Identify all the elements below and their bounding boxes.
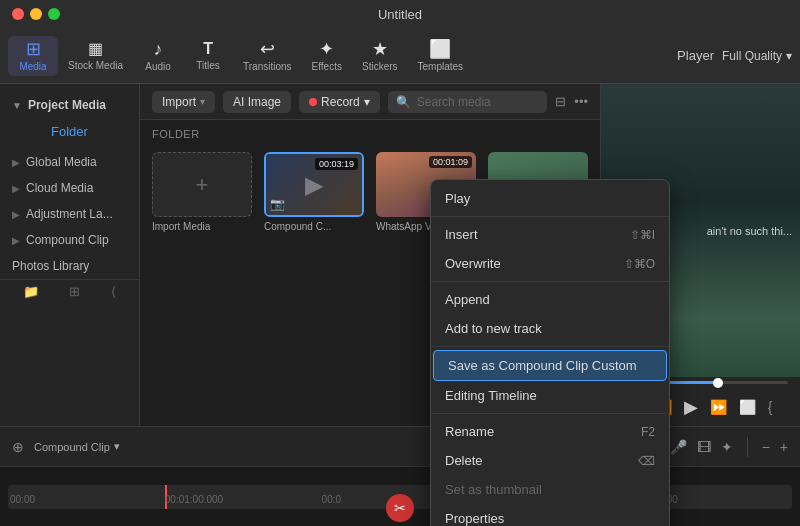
context-menu-rename[interactable]: Rename F2 [431, 417, 669, 446]
content-toolbar: Import ▾ AI Image Record ▾ 🔍 Search medi… [140, 84, 600, 120]
ctx-label: Set as thumbnail [445, 482, 542, 497]
timestamp-1: 00:01:00.000 [165, 494, 223, 505]
context-menu-properties[interactable]: Properties [431, 504, 669, 526]
more-icon[interactable]: ••• [574, 94, 588, 109]
stickers-icon: ★ [372, 40, 388, 58]
sidebar-item-adjustment[interactable]: ▶ Adjustment La... [0, 201, 139, 227]
slider-thumb[interactable] [713, 378, 723, 388]
search-box[interactable]: 🔍 Search media [388, 91, 548, 113]
sidebar-item-cloud-media[interactable]: ▶ Cloud Media [0, 175, 139, 201]
zoom-out-icon[interactable]: − [762, 439, 770, 455]
ctx-label: Append [445, 292, 490, 307]
duration-badge: 00:01:09 [429, 156, 472, 168]
sidebar-item-global-media[interactable]: ▶ Global Media [0, 149, 139, 175]
record-button[interactable]: Record ▾ [299, 91, 380, 113]
player-controls-header: Player Full Quality ▾ [677, 48, 792, 63]
toolbar-more-options: ⊟ ••• [555, 94, 588, 109]
context-menu-set-thumbnail: Set as thumbnail [431, 475, 669, 504]
shortcut-label: F2 [641, 425, 655, 439]
ctx-label: Editing Timeline [445, 388, 537, 403]
sidebar-item-label: Compound Clip [26, 233, 109, 247]
divider [431, 346, 669, 347]
window-title: Untitled [378, 7, 422, 22]
chevron-right-icon: ▶ [12, 235, 20, 246]
add-track-icon[interactable]: ⊕ [12, 439, 24, 455]
duration-badge: 00:03:19 [315, 158, 358, 170]
content-area: Import ▾ AI Image Record ▾ 🔍 Search medi… [140, 84, 600, 426]
context-menu-append[interactable]: Append [431, 285, 669, 314]
toolbar-item-templates[interactable]: ⬜ Templates [408, 36, 474, 76]
quality-dropdown[interactable]: Full Quality ▾ [722, 49, 792, 63]
import-label: Import [162, 95, 196, 109]
chevron-down-icon: ▾ [364, 95, 370, 109]
toolbar-label-audio: Audio [145, 61, 171, 72]
sidebar-item-label: Photos Library [12, 259, 89, 273]
toolbar-label-stickers: Stickers [362, 61, 398, 72]
context-menu-add-track[interactable]: Add to new track [431, 314, 669, 343]
record-dot-icon [309, 98, 317, 106]
context-menu-save-compound[interactable]: Save as Compound Clip Custom [433, 350, 667, 381]
list-item[interactable]: ▶ 00:03:19 📷 Compound C... [264, 152, 364, 232]
toolbar-label-stock-media: Stock Media [68, 60, 123, 71]
shortcut-label: ⇧⌘O [624, 257, 655, 271]
filter-icon[interactable]: ⊟ [555, 94, 566, 109]
import-thumb[interactable]: + [152, 152, 252, 217]
toolbar-item-effects[interactable]: ✦ Effects [302, 36, 352, 76]
maximize-button[interactable] [48, 8, 60, 20]
sidebar-item-compound-clip[interactable]: ▶ Compound Clip [0, 227, 139, 253]
step-forward-icon[interactable]: ⏩ [710, 399, 727, 415]
grid-icon[interactable]: ⊞ [69, 284, 80, 299]
toolbar-item-audio[interactable]: ♪ Audio [133, 36, 183, 76]
scissors-button[interactable]: ✂ [386, 494, 414, 522]
sidebar-item-label: Adjustment La... [26, 207, 113, 221]
camera-icon: 📷 [270, 197, 285, 211]
titlebar: Untitled [0, 0, 800, 28]
sidebar-item-label: Cloud Media [26, 181, 93, 195]
context-menu-editing-timeline[interactable]: Editing Timeline [431, 381, 669, 410]
chevron-down-icon: ▾ [200, 96, 205, 107]
plus-icon: + [196, 172, 209, 198]
shortcut-label: ⌫ [638, 454, 655, 468]
toolbar-item-transitions[interactable]: ↩ Transitions [233, 36, 302, 76]
sidebar-arrow-icon: ▼ [12, 100, 22, 111]
list-item[interactable]: + Import Media [152, 152, 252, 232]
context-menu-overwrite[interactable]: Overwrite ⇧⌘O [431, 249, 669, 278]
toolbar-item-titles[interactable]: T Titles [183, 37, 233, 75]
toolbar-item-media[interactable]: ⊞ Media [8, 36, 58, 76]
play-icon[interactable]: ▶ [684, 396, 698, 418]
effect-icon[interactable]: ✦ [721, 439, 733, 455]
toolbar-label-effects: Effects [312, 61, 342, 72]
toolbar-item-stock-media[interactable]: ▦ Stock Media [58, 37, 133, 75]
player-label: Player [677, 48, 714, 63]
ai-image-button[interactable]: AI Image [223, 91, 291, 113]
folder-section-label: FOLDER [140, 120, 600, 144]
context-menu-delete[interactable]: Delete ⌫ [431, 446, 669, 475]
context-menu-insert[interactable]: Insert ⇧⌘I [431, 220, 669, 249]
top-toolbar: ⊞ Media ▦ Stock Media ♪ Audio T Titles ↩… [0, 28, 800, 84]
chevron-right-icon: ▶ [12, 209, 20, 220]
sidebar-bottom-icons: 📁 ⊞ ⟨ [0, 279, 139, 303]
templates-icon: ⬜ [429, 40, 451, 58]
film-icon[interactable]: 🎞 [697, 439, 711, 455]
mic-icon[interactable]: 🎤 [670, 439, 687, 455]
chevron-down-icon: ▾ [114, 440, 120, 453]
main-layout: ▼ Project Media Folder ▶ Global Media ▶ … [0, 84, 800, 426]
effects-icon: ✦ [319, 40, 334, 58]
more-options-icon[interactable]: { [768, 399, 773, 415]
ctx-label: Rename [445, 424, 494, 439]
record-label: Record [321, 95, 360, 109]
toolbar-item-stickers[interactable]: ★ Stickers [352, 36, 408, 76]
sidebar-folder-label[interactable]: Folder [0, 118, 139, 149]
context-menu-play[interactable]: Play [431, 184, 669, 213]
zoom-in-icon[interactable]: + [780, 439, 788, 455]
sidebar-item-photos-library[interactable]: Photos Library [0, 253, 139, 279]
folder-icon[interactable]: 📁 [23, 284, 39, 299]
import-button[interactable]: Import ▾ [152, 91, 215, 113]
close-button[interactable] [12, 8, 24, 20]
compound-thumb[interactable]: ▶ 00:03:19 📷 [264, 152, 364, 217]
square-icon[interactable]: ⬜ [739, 399, 756, 415]
ai-image-label: AI Image [233, 95, 281, 109]
collapse-icon[interactable]: ⟨ [111, 284, 116, 299]
toolbar-label-templates: Templates [418, 61, 464, 72]
minimize-button[interactable] [30, 8, 42, 20]
